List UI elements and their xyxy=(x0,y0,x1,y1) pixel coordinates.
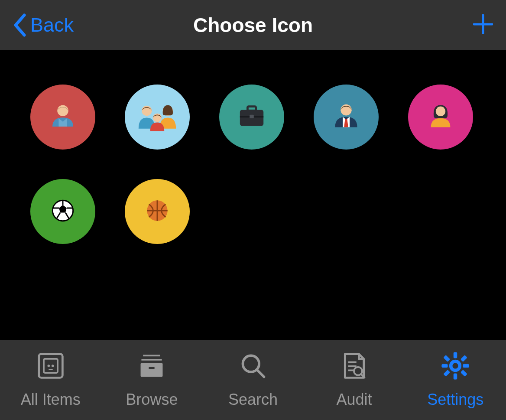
tab-label: Search xyxy=(228,391,278,409)
svg-rect-40 xyxy=(454,373,457,379)
gear-icon xyxy=(441,350,470,382)
user-family-icon xyxy=(133,97,181,137)
page-title: Choose Icon xyxy=(193,13,313,37)
back-button[interactable]: Back xyxy=(13,13,74,37)
tab-label: Browse xyxy=(126,391,178,409)
tabbar: All Items Browse Search Audit Settings xyxy=(0,340,506,420)
basketball-icon xyxy=(141,195,173,228)
browse-icon xyxy=(137,350,166,382)
chevron-left-icon xyxy=(13,13,26,37)
back-label: Back xyxy=(30,14,74,36)
tab-settings[interactable]: Settings xyxy=(405,350,506,409)
tab-all-items[interactable]: All Items xyxy=(0,350,101,409)
icon-grid xyxy=(30,85,476,244)
svg-point-25 xyxy=(52,365,54,367)
tab-label: All Items xyxy=(21,391,81,409)
svg-rect-46 xyxy=(444,370,450,376)
audit-icon xyxy=(340,350,369,382)
icon-option-soccer[interactable] xyxy=(30,179,95,244)
svg-point-3 xyxy=(142,106,152,116)
svg-point-24 xyxy=(47,365,50,367)
icon-option-briefcase[interactable] xyxy=(219,85,284,150)
icon-option-businessman[interactable] xyxy=(314,85,379,150)
svg-point-2 xyxy=(57,105,68,116)
tab-label: Audit xyxy=(337,391,372,409)
svg-rect-29 xyxy=(141,363,163,377)
svg-rect-23 xyxy=(44,358,58,372)
icon-option-family[interactable] xyxy=(125,85,190,150)
user-female-icon xyxy=(423,99,458,135)
safe-icon xyxy=(36,350,65,382)
tab-search[interactable]: Search xyxy=(202,350,304,409)
svg-line-32 xyxy=(256,369,264,377)
svg-rect-9 xyxy=(250,115,254,118)
svg-point-38 xyxy=(451,361,460,370)
briefcase-icon xyxy=(234,99,269,135)
soccer-ball-icon xyxy=(47,195,79,228)
svg-rect-43 xyxy=(444,355,450,361)
tab-label: Settings xyxy=(427,391,483,409)
search-icon xyxy=(239,350,267,382)
icon-option-person-red[interactable] xyxy=(30,85,95,150)
add-button[interactable] xyxy=(473,14,493,36)
svg-rect-42 xyxy=(463,364,469,368)
icon-grid-container xyxy=(0,50,506,340)
svg-rect-30 xyxy=(149,367,155,369)
svg-rect-44 xyxy=(461,370,467,376)
plus-icon xyxy=(473,28,493,36)
icon-option-woman[interactable] xyxy=(408,85,473,150)
tab-audit[interactable]: Audit xyxy=(304,350,405,409)
user-single-icon xyxy=(45,99,80,135)
svg-rect-22 xyxy=(39,354,62,378)
svg-rect-45 xyxy=(461,355,467,361)
tab-browse[interactable]: Browse xyxy=(101,350,203,409)
svg-rect-39 xyxy=(454,352,457,358)
svg-rect-41 xyxy=(442,364,448,368)
icon-option-basketball[interactable] xyxy=(125,179,190,244)
user-tie-icon xyxy=(329,99,363,135)
svg-point-11 xyxy=(436,107,445,116)
navbar: Back Choose Icon xyxy=(0,0,506,50)
